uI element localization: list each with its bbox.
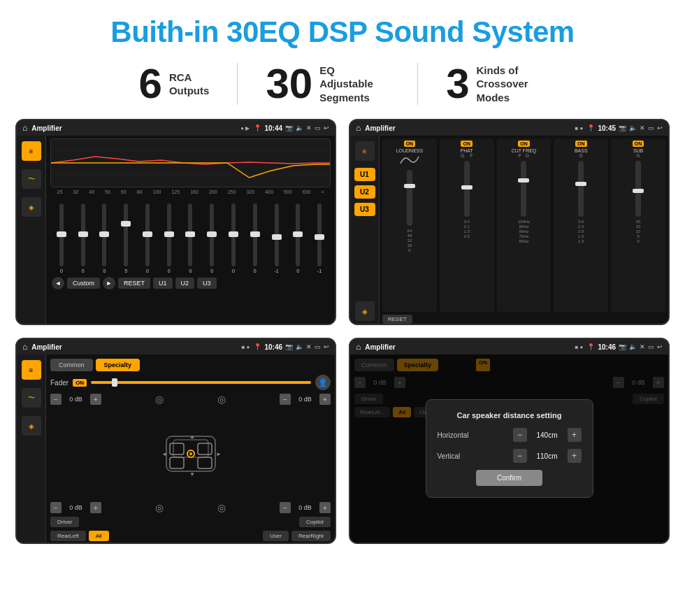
- eq-controls: ◄ Custom ► RESET U1 U2 U3: [50, 275, 331, 291]
- btn-rearright[interactable]: RearRight: [291, 531, 331, 541]
- confirm-button[interactable]: Confirm: [476, 470, 542, 486]
- stat-number-30: 30: [266, 63, 312, 105]
- eq-reset-btn[interactable]: RESET: [118, 278, 150, 289]
- eq-slider-2[interactable]: 0: [95, 203, 115, 273]
- tab-common[interactable]: Common: [50, 359, 93, 371]
- eq-vol-icon: 🔈: [296, 124, 303, 131]
- fader-person-icon: 👤: [315, 375, 331, 390]
- dialog-status-bar: ⌂ Amplifier ■ ● 📍 10:46 📷 🔈 ✕ ▭ ↩: [350, 339, 668, 354]
- eq-slider-8[interactable]: 0: [224, 203, 243, 273]
- car-diagram: ▲ ▼ ◄ ►: [50, 408, 331, 499]
- fader-phat[interactable]: [464, 161, 470, 217]
- eq-prev-btn[interactable]: ◄: [52, 277, 64, 289]
- speaker-fl-icon: ◎: [155, 394, 164, 405]
- fader-spk-icon[interactable]: ◈: [22, 416, 41, 436]
- eq-back-icon[interactable]: ↩: [324, 124, 329, 131]
- dialog-back-icon[interactable]: ↩: [657, 343, 663, 350]
- eq-slider-10[interactable]: -1: [267, 203, 287, 273]
- eq-slider-3[interactable]: 5: [116, 203, 136, 273]
- vol-fl-plus[interactable]: +: [90, 394, 101, 405]
- stat-crossover: 3 Kinds ofCrossover Modes: [418, 63, 574, 105]
- stat-number-6: 6: [139, 63, 162, 105]
- u1-btn[interactable]: U1: [354, 168, 375, 181]
- btn-rearleft[interactable]: RearLeft: [50, 531, 86, 541]
- eq-slider-0[interactable]: 0: [52, 203, 71, 273]
- fader-cutfreq[interactable]: [521, 161, 526, 217]
- crossover-body: ≡ U1 U2 U3 ◈ ON LOUDNESS: [350, 136, 668, 325]
- eq-slider-5[interactable]: 0: [159, 203, 179, 273]
- col-label-sub: SUB: [633, 148, 643, 153]
- dialog-title: Amplifier: [365, 343, 570, 351]
- vol-rr-minus[interactable]: −: [280, 502, 291, 513]
- eq-slider-12[interactable]: -1: [310, 203, 329, 273]
- crossover-dot-icon: ■ ●: [575, 125, 584, 131]
- svg-rect-7: [170, 457, 184, 468]
- eq-main: 2532405063 80100125160200 25032040050063…: [46, 136, 335, 325]
- horizontal-value: 140cm: [530, 431, 565, 439]
- stat-eq: 30 EQ AdjustableSegments: [238, 63, 417, 105]
- vertical-minus-btn[interactable]: −: [513, 449, 527, 463]
- tab-specialty[interactable]: Specialty: [96, 359, 140, 371]
- crossover-home-icon[interactable]: ⌂: [356, 123, 361, 133]
- crossover-screen-card: ⌂ Amplifier ■ ● 📍 10:45 📷 🔈 ✕ ▭ ↩ ≡ U1 U…: [349, 119, 670, 325]
- eq-u3-btn[interactable]: U3: [197, 278, 217, 289]
- horizontal-minus-btn[interactable]: −: [513, 428, 527, 442]
- on-badge-phat: ON: [461, 141, 473, 147]
- fader-home-icon[interactable]: ⌂: [22, 342, 27, 352]
- vol-rl-plus[interactable]: +: [90, 502, 101, 513]
- eq-slider-4[interactable]: 0: [138, 203, 157, 273]
- svg-rect-5: [170, 443, 184, 454]
- crossover-columns: ON LOUDNESS 644832160: [382, 138, 665, 312]
- crossover-spk-icon[interactable]: ◈: [355, 301, 375, 321]
- fader-wave-icon[interactable]: 〜: [22, 388, 41, 408]
- speaker-bottom-row: − 0 dB + ◎ ◎ − 0 dB +: [50, 502, 331, 513]
- eq-sidebar-icon-2[interactable]: 〜: [22, 169, 41, 189]
- crossover-eq-icon[interactable]: ≡: [355, 141, 375, 161]
- dialog-home-icon[interactable]: ⌂: [356, 342, 361, 352]
- fader-eq-icon[interactable]: ≡: [22, 360, 41, 380]
- vol-fr-plus[interactable]: +: [319, 394, 331, 405]
- fader-back-icon[interactable]: ↩: [324, 343, 329, 350]
- vertical-plus-btn[interactable]: +: [568, 449, 582, 463]
- crossover-reset-btn[interactable]: RESET: [382, 315, 412, 324]
- eq-custom-btn[interactable]: Custom: [67, 278, 100, 289]
- eq-slider-6[interactable]: 0: [181, 203, 201, 273]
- eq-slider-11[interactable]: 0: [288, 203, 308, 273]
- eq-sidebar-icon-1[interactable]: ≡: [22, 141, 41, 161]
- btn-user[interactable]: User: [263, 531, 289, 541]
- eq-slider-9[interactable]: 0: [245, 203, 265, 273]
- btn-driver[interactable]: Driver: [50, 517, 79, 527]
- fader-loudness[interactable]: [407, 170, 412, 226]
- dialog-horizontal-label: Horizontal: [438, 431, 469, 439]
- u3-btn[interactable]: U3: [354, 203, 375, 216]
- eq-sidebar-icon-3[interactable]: ◈: [22, 197, 41, 217]
- eq-slider-1[interactable]: 0: [73, 203, 93, 273]
- speaker-fr-icon: ◎: [217, 394, 226, 405]
- fader-bass[interactable]: [578, 161, 584, 217]
- eq-play-btn[interactable]: ►: [103, 277, 115, 289]
- horizontal-plus-btn[interactable]: +: [568, 428, 582, 442]
- vol-rear-left: − 0 dB +: [50, 502, 101, 513]
- vol-rr-plus[interactable]: +: [319, 502, 331, 513]
- fader-bottom-btns-2: RearLeft All User RearRight: [50, 531, 331, 541]
- crossover-back-icon[interactable]: ↩: [657, 124, 663, 131]
- eq-home-icon[interactable]: ⌂: [22, 123, 27, 133]
- dialog-cam-icon: 📷: [619, 343, 626, 350]
- u2-btn[interactable]: U2: [354, 185, 375, 199]
- eq-slider-7[interactable]: 0: [202, 203, 222, 273]
- vol-rl-minus[interactable]: −: [50, 502, 62, 513]
- dialog-time: 10:46: [598, 343, 616, 351]
- crossover-location-icon: 📍: [587, 124, 595, 131]
- vol-fl-minus[interactable]: −: [50, 394, 62, 405]
- eq-u1-btn[interactable]: U1: [153, 278, 173, 289]
- fader-sub[interactable]: [635, 161, 641, 217]
- btn-copilot[interactable]: Copilot: [299, 517, 331, 527]
- fader-h-slider[interactable]: [91, 381, 311, 384]
- btn-all[interactable]: All: [89, 531, 109, 541]
- vol-fr-minus[interactable]: −: [280, 394, 291, 405]
- vol-fr-value: 0 dB: [293, 396, 317, 403]
- crossover-status-icons: 📍 10:45 📷 🔈 ✕ ▭ ↩: [587, 124, 663, 132]
- speaker-rr-icon: ◎: [217, 502, 226, 513]
- crossover-col-loudness: ON LOUDNESS 644832160: [382, 138, 437, 312]
- eq-u2-btn[interactable]: U2: [175, 278, 195, 289]
